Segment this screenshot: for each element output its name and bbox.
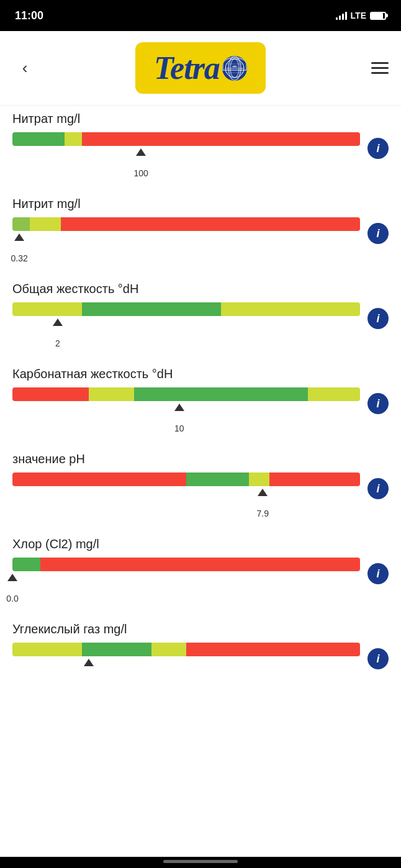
indicator-arrow-chlorine (7, 574, 17, 581)
bar-segment-nitrat-2 (82, 132, 360, 146)
metric-row-co2: Углекислый газ mg/li (12, 622, 389, 692)
bar-segment-carbonate-3 (308, 387, 360, 401)
back-button[interactable]: ‹ (12, 58, 37, 78)
metric-bar-container-ph: 7.9i (12, 472, 389, 505)
indicator-value-carbonate: 10 (174, 423, 184, 433)
bar-segment-co2-2 (151, 643, 186, 656)
status-bar: 11:00 LTE (0, 0, 401, 31)
bar-segment-nitrit-1 (30, 217, 61, 231)
metric-bar-wrap-nitrat: 100 (12, 132, 360, 165)
metric-row-hardness: Общая жесткость °dH2i (12, 282, 389, 352)
lte-label: LTE (351, 11, 366, 20)
bar-segment-hardness-2 (221, 302, 360, 316)
logo-text: Tetra (154, 50, 220, 86)
bar-segment-co2-0 (12, 643, 82, 656)
logo-globe-icon (222, 56, 247, 81)
info-button-chlorine[interactable]: i (367, 563, 389, 584)
bar-segment-hardness-0 (12, 302, 82, 316)
metric-row-ph: значение pH7.9i (12, 452, 389, 522)
bar-segment-carbonate-1 (89, 387, 134, 401)
bar-segment-nitrat-1 (65, 132, 82, 146)
bar-segment-hardness-1 (82, 302, 221, 316)
metric-row-nitrit: Нитрит mg/l0.32i (12, 197, 389, 267)
indicator-value-nitrit: 0.32 (11, 253, 28, 263)
info-button-nitrat[interactable]: i (367, 138, 389, 159)
indicator-arrow-nitrit (14, 233, 24, 241)
indicator-wrap-nitrit: 0.32 (12, 233, 360, 250)
metric-bar-nitrit (12, 217, 360, 231)
watermark-main: AQA.RU (315, 828, 372, 841)
metric-bar-container-carbonate: 10i (12, 387, 389, 420)
signal-bars-icon (336, 11, 347, 20)
spacer-hardness (12, 335, 389, 352)
bar-segment-carbonate-2 (134, 387, 308, 401)
spacer-nitrit (12, 250, 389, 267)
bar-segment-ph-2 (249, 472, 270, 486)
indicator-arrow-hardness (53, 319, 63, 326)
status-time: 11:00 (15, 9, 43, 22)
metric-bar-carbonate (12, 387, 360, 401)
metric-bar-container-nitrit: 0.32i (12, 217, 389, 250)
bar-segment-ph-0 (12, 472, 186, 486)
bar-segment-nitrit-2 (61, 217, 360, 231)
metric-bar-container-nitrat: 100i (12, 132, 389, 165)
logo-container: Tetra (135, 42, 266, 94)
metric-label-co2: Углекислый газ mg/l (12, 622, 389, 636)
info-button-hardness[interactable]: i (367, 308, 389, 329)
metric-bar-container-chlorine: 0.0i (12, 558, 389, 590)
battery-icon (370, 12, 386, 20)
bar-segment-co2-1 (82, 643, 151, 656)
spacer-ph (12, 505, 389, 522)
indicator-arrow-ph (258, 489, 268, 496)
bar-segment-nitrat-0 (12, 132, 65, 146)
indicator-wrap-ph: 7.9 (12, 489, 360, 505)
metric-bar-wrap-hardness: 2 (12, 302, 360, 335)
metric-bar-container-hardness: 2i (12, 302, 389, 335)
metric-label-hardness: Общая жесткость °dH (12, 282, 389, 296)
bar-segment-co2-3 (186, 643, 360, 656)
indicator-wrap-chlorine: 0.0 (12, 574, 360, 590)
status-icons: LTE (336, 11, 386, 20)
logo-badge: Tetra (135, 42, 266, 94)
indicator-value-hardness: 2 (55, 338, 60, 348)
app-container: ‹ Tetra (0, 31, 401, 857)
svg-point-0 (225, 59, 244, 78)
spacer-nitrat (12, 165, 389, 182)
info-button-nitrit[interactable]: i (367, 223, 389, 244)
metric-bar-chlorine (12, 558, 360, 571)
metric-row-nitrat: Нитрат mg/l100i (12, 112, 389, 182)
indicator-wrap-hardness: 2 (12, 319, 360, 335)
metric-bar-wrap-chlorine: 0.0 (12, 558, 360, 590)
spacer-chlorine (12, 590, 389, 607)
metric-label-chlorine: Хлор (Cl2) mg/l (12, 537, 389, 551)
indicator-wrap-co2 (12, 659, 360, 675)
indicator-value-nitrat: 100 (134, 168, 148, 178)
indicator-arrow-co2 (84, 659, 94, 666)
metric-label-nitrat: Нитрат mg/l (12, 112, 389, 126)
bar-segment-chlorine-1 (40, 558, 360, 571)
spacer-co2 (12, 675, 389, 692)
bar-segment-chlorine-0 (12, 558, 40, 571)
menu-button[interactable] (364, 62, 389, 74)
indicator-wrap-nitrat: 100 (12, 148, 360, 165)
metric-label-carbonate: Карбонатная жесткость °dH (12, 367, 389, 381)
info-button-ph[interactable]: i (367, 478, 389, 499)
metric-bar-wrap-ph: 7.9 (12, 472, 360, 505)
metric-label-ph: значение pH (12, 452, 389, 466)
indicator-arrow-nitrat (136, 148, 146, 156)
metric-bar-hardness (12, 302, 360, 316)
indicator-wrap-carbonate: 10 (12, 404, 360, 420)
bar-segment-carbonate-0 (12, 387, 89, 401)
metric-row-chlorine: Хлор (Cl2) mg/l0.0i (12, 537, 389, 607)
metric-bar-wrap-nitrit: 0.32 (12, 217, 360, 250)
bar-segment-nitrit-0 (12, 217, 30, 231)
svg-point-1 (230, 59, 239, 78)
info-button-co2[interactable]: i (367, 648, 389, 669)
spacer-carbonate (12, 420, 389, 437)
home-indicator (163, 860, 238, 863)
metric-bar-nitrat (12, 132, 360, 146)
indicator-value-ph: 7.9 (256, 509, 268, 518)
metric-bar-co2 (12, 643, 360, 656)
info-button-carbonate[interactable]: i (367, 393, 389, 414)
metric-label-nitrit: Нитрит mg/l (12, 197, 389, 211)
